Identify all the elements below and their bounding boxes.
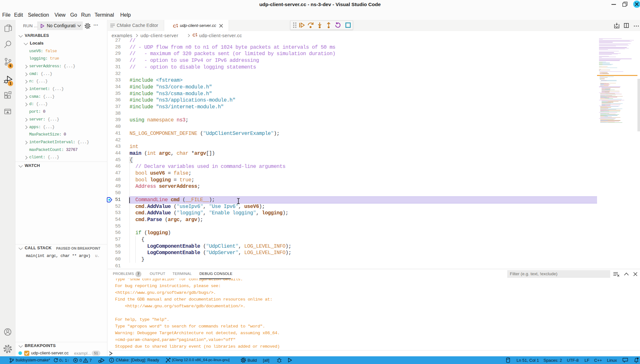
svg-text:C: C (193, 33, 196, 37)
svg-text:C: C (173, 24, 176, 29)
